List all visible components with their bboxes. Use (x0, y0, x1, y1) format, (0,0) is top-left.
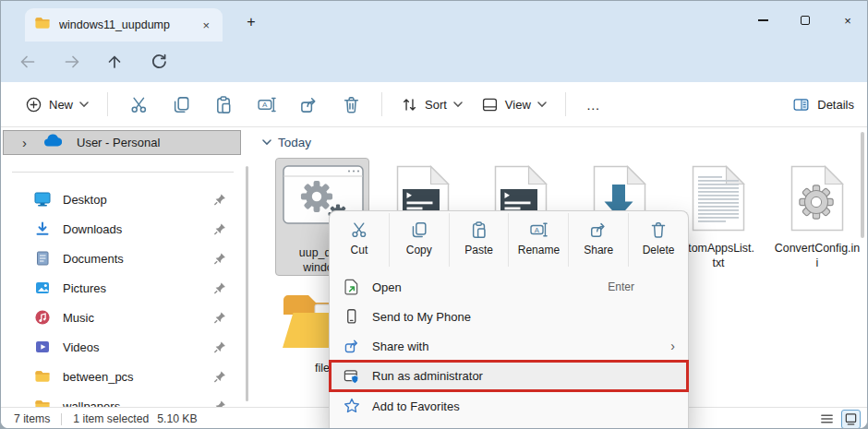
details-view-button[interactable] (819, 411, 835, 429)
documents-icon (34, 250, 51, 267)
menu-item-share-with[interactable]: Share with › (330, 331, 688, 361)
group-header-label: Today (278, 136, 311, 149)
quick-action-label: Share (584, 244, 613, 256)
up-arrow-icon (105, 53, 124, 71)
onedrive-cloud-icon (43, 134, 62, 151)
chevron-down-icon[interactable] (262, 139, 271, 146)
menu-item-partial[interactable] (330, 421, 688, 429)
context-menu-quick-actions: Cut Copy Paste A Rename Share Delete (330, 211, 688, 267)
minimize-icon (758, 19, 768, 20)
sidebar-item-label: Documents (63, 252, 124, 266)
selection-size: 5.10 KB (157, 412, 197, 425)
cut-menu-button[interactable]: Cut (330, 213, 389, 267)
refresh-button[interactable] (145, 48, 173, 76)
pin-icon (213, 222, 226, 240)
forward-arrow-icon (63, 53, 81, 71)
view-button-label: View (505, 98, 531, 112)
minimize-button[interactable] (741, 1, 784, 40)
quick-action-label: Rename (518, 244, 560, 256)
sort-arrows-icon (401, 96, 418, 113)
copy-icon (172, 95, 191, 114)
menu-item-run-as-administrator[interactable]: Run as administrator (330, 361, 688, 391)
run-as-administrator-icon (343, 368, 360, 385)
new-button-label: New (49, 98, 73, 112)
rename-button[interactable]: A (245, 88, 287, 121)
chevron-down-icon (79, 101, 89, 108)
share-menu-button[interactable]: Share (568, 213, 628, 267)
maximize-icon (801, 16, 810, 25)
up-button[interactable] (101, 48, 128, 76)
details-button-label: Details (817, 98, 854, 112)
new-button[interactable]: New (16, 88, 98, 121)
sidebar-item-onedrive[interactable]: › User - Personal (3, 130, 241, 155)
paste-button[interactable] (202, 88, 245, 121)
sidebar-item-label: Downloads (63, 222, 122, 236)
sidebar-item-desktop[interactable]: Desktop (1, 185, 243, 214)
pin-icon (213, 281, 226, 299)
config-file-icon (790, 165, 844, 232)
file-tile-config[interactable] (790, 165, 844, 235)
pin-icon (213, 370, 226, 387)
maximize-button[interactable] (784, 1, 826, 40)
paste-icon (214, 95, 234, 114)
folder-icon (34, 368, 51, 385)
content-scrollbar[interactable] (861, 132, 864, 238)
back-button[interactable] (14, 48, 42, 76)
view-button[interactable]: View (472, 88, 556, 121)
sidebar-scrollbar[interactable] (246, 166, 248, 401)
cut-button[interactable] (117, 88, 160, 121)
explorer-tab[interactable]: windows11_uupdump × (25, 8, 223, 42)
share-icon (299, 95, 319, 114)
sidebar-item-music[interactable]: Music (1, 303, 243, 332)
navigation-bar: › Downloads › windows11_uupdump › Search… (1, 42, 868, 82)
quick-action-label: Cut (351, 244, 368, 256)
trash-icon (649, 220, 668, 239)
copy-button[interactable] (160, 88, 202, 121)
group-header-today[interactable]: Today (262, 136, 311, 149)
new-tab-button[interactable]: + (241, 12, 261, 32)
close-button[interactable]: × (826, 1, 868, 40)
folder-icon (34, 15, 51, 35)
sidebar-item-between-pcs[interactable]: between_pcs (1, 362, 243, 391)
delete-button[interactable] (330, 88, 372, 121)
menu-item-add-to-favorites[interactable]: Add to Favorites (330, 391, 688, 421)
sidebar-item-documents[interactable]: Documents (1, 244, 243, 273)
sort-button-label: Sort (425, 98, 447, 112)
toolbar-divider (107, 92, 108, 116)
scissors-icon (350, 220, 368, 239)
menu-item-shortcut: Enter (608, 280, 634, 293)
tab-title: windows11_uupdump (59, 18, 190, 31)
file-tile-text[interactable] (692, 165, 745, 235)
forward-button[interactable] (58, 48, 86, 76)
rename-menu-button[interactable]: A Rename (508, 213, 568, 267)
videos-icon (34, 339, 51, 355)
menu-item-open[interactable]: Open Enter (330, 272, 688, 302)
details-pane-icon (792, 96, 810, 113)
copy-menu-button[interactable]: Copy (389, 213, 449, 267)
thumbnail-view-icon (844, 412, 858, 426)
view-layout-icon (481, 96, 499, 113)
delete-menu-button[interactable]: Delete (628, 213, 688, 267)
expand-chevron-icon[interactable]: › (20, 135, 29, 150)
sidebar-item-downloads[interactable]: Downloads (1, 214, 243, 244)
sidebar-item-label: between_pcs (63, 370, 134, 384)
sidebar-item-label: Pictures (63, 281, 106, 295)
trash-icon (342, 95, 361, 114)
share-button[interactable] (287, 88, 330, 121)
title-bar: windows11_uupdump × + × (1, 1, 868, 42)
details-button[interactable]: Details (792, 96, 854, 113)
share-icon (344, 338, 360, 354)
pin-icon (213, 311, 226, 328)
menu-item-send-to-my-phone[interactable]: Send to My Phone (330, 302, 688, 331)
paste-menu-button[interactable]: Paste (449, 213, 509, 267)
more-options-button[interactable]: … (575, 97, 612, 113)
copy-icon (410, 220, 428, 239)
menu-item-label: Send to My Phone (372, 310, 471, 324)
file-explorer-window: windows11_uupdump × + × › Downloads (0, 0, 868, 429)
sort-button[interactable]: Sort (392, 88, 472, 121)
sidebar-item-videos[interactable]: Videos (1, 332, 243, 362)
tab-close-icon[interactable]: × (199, 18, 213, 32)
pin-icon (213, 252, 226, 269)
sidebar-item-pictures[interactable]: Pictures (1, 273, 243, 303)
thumbnail-view-button[interactable] (841, 410, 861, 429)
